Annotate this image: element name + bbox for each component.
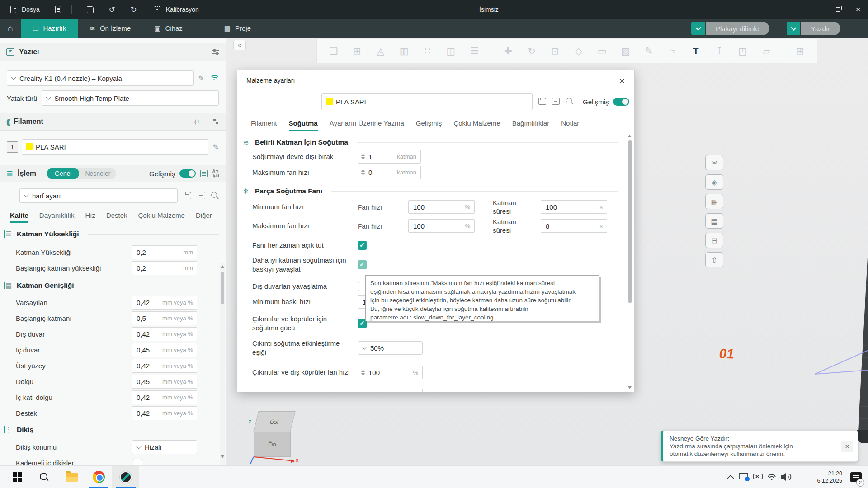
viewport-side-tool-button[interactable]: ⇧ [705,252,723,267]
slice-plate-button[interactable]: Plakayı dilimle [706,22,769,35]
viewport-tool-icon[interactable]: ∷ [421,43,434,59]
layer-time-input[interactable]: 8 s [541,219,607,233]
viewport-tool-icon[interactable]: ◳ [736,43,750,59]
nav-tab[interactable]: ❏ Hazırlık [21,19,78,38]
filament-slot-number[interactable]: 1 [7,141,18,153]
viewport-tool-icon[interactable]: ⊞ [350,43,364,59]
minimize-button[interactable]: – [808,0,828,19]
viewport-tool-icon[interactable]: ◫ [444,43,458,59]
overhang-threshold-select[interactable]: 50% [358,341,423,355]
setting-input[interactable]: 0,42 mm veya % [132,296,197,310]
preset-remove-icon[interactable] [198,192,205,199]
setting-input[interactable]: 0,2 mm [132,245,197,259]
material-name-field[interactable]: PLA SARI [321,93,533,110]
start-button[interactable] [4,466,31,488]
setting-input[interactable]: 0,5 mm veya % [132,311,197,325]
setting-input[interactable]: 0,2 mm [132,261,197,275]
nav-tab[interactable]: ▤ Proje [212,19,263,38]
dialog-tab[interactable]: Ayarların Üzerine Yazma [330,119,404,131]
dialog-tab[interactable]: Bağımlılıklar [512,119,550,131]
dialog-tab[interactable]: Filament [251,119,277,131]
layer-time-input[interactable]: 100 s [541,200,607,214]
printer-select[interactable]: Creality K1 (0.4 nozzle) – Kopyala [7,70,194,86]
setting-input[interactable]: 0,42 mm veya % [132,390,197,404]
process-tab[interactable]: Kalite [10,211,28,223]
viewport-tool-icon[interactable]: ▱ [760,43,773,59]
seam-position-select[interactable]: Hizalı [132,440,197,454]
viewport-side-tool-button[interactable]: ⊟ [705,233,723,248]
printer-edit-icon[interactable]: ✎ [198,74,204,83]
material-remove-icon[interactable] [552,98,560,105]
compare-ab-icon[interactable]: A↰↳B [212,169,219,178]
slow-down-checkbox[interactable] [358,260,367,269]
viewport-tool-icon[interactable]: ✎ [642,43,656,59]
tray-clock[interactable]: 21:20 6.12.2025 [804,470,842,484]
spinner-arrows-icon[interactable] [361,154,365,160]
file-explorer-button[interactable] [58,466,85,488]
dialog-scrollbar[interactable] [627,134,633,390]
viewport-tool-icon[interactable]: ⊞ [793,43,807,59]
close-button[interactable]: ✕ [848,0,868,19]
process-tab[interactable]: Diğer [196,211,212,223]
nav-tab[interactable]: ▣ Cihaz [142,19,194,38]
setting-input[interactable]: 0,42 mm veya % [132,327,197,341]
bed-type-select[interactable]: Smooth High Temp Plate [42,90,219,106]
viewport-side-tool-button[interactable]: ▦ [705,194,723,209]
setting-spinner[interactable]: 1 katman [358,150,421,164]
slice-dropdown-button[interactable] [691,22,705,35]
staggered-seams-checkbox[interactable] [133,459,142,466]
viewport-tool-icon[interactable]: ◇ [572,43,585,59]
viewport-tool-icon[interactable] [783,43,783,59]
viewport-tool-icon[interactable]: ❏ [327,43,340,59]
scope-general[interactable]: Genel [47,168,79,179]
add-filament-icon[interactable]: ⧼+ [194,117,200,126]
scope-objects[interactable]: Nesneler [79,170,116,177]
viewport-tool-icon[interactable]: T [689,43,703,59]
preset-search-icon[interactable] [211,192,219,200]
filament-select[interactable]: PLA SARI [22,139,208,155]
chrome-button[interactable] [85,466,112,488]
material-search-icon[interactable] [566,97,574,105]
maximize-button[interactable] [828,0,848,19]
filament-edit-icon[interactable]: ✎ [213,143,219,151]
dialog-tab[interactable]: Soğutma [289,119,318,131]
printer-wifi-icon[interactable] [210,75,219,82]
file-menu[interactable]: Dosya [8,5,40,14]
scroll-down-icon[interactable] [221,455,224,458]
process-tab[interactable]: Destek [106,211,127,223]
dialog-tab[interactable]: Notlar [561,119,579,131]
dialog-tab[interactable]: Çoklu Malzeme [453,119,500,131]
viewport-tool-icon[interactable]: ▥ [397,43,411,59]
dialog-advanced-toggle[interactable] [613,98,629,106]
material-save-icon[interactable] [538,98,546,105]
process-tab[interactable]: Hız [85,211,95,223]
preset-select[interactable]: harf ayarı [19,188,178,203]
scroll-down-icon[interactable] [628,386,632,389]
viewport-side-tool-button[interactable]: ▤ [705,213,723,229]
setting-input[interactable]: 0,45 mm veya % [132,375,197,389]
save-button[interactable] [85,5,95,14]
sidebar-scrollbar[interactable] [220,263,225,465]
dialog-tab[interactable]: Gelişmiş [416,119,442,131]
fan-always-on-checkbox[interactable] [358,241,367,250]
viewport-tool-icon[interactable]: ◬ [374,43,387,59]
viewport-tool-icon[interactable]: ✚ [501,43,515,59]
viewport-tool-icon[interactable]: ⊺ [712,43,726,59]
creality-print-button[interactable] [112,466,139,488]
viewport-side-tool-button[interactable]: ◈ [705,174,723,190]
preset-save-icon[interactable] [184,192,191,199]
print-button[interactable]: Yazdır [801,22,840,35]
setting-input[interactable]: 0,42 mm veya % [132,406,197,420]
process-tab[interactable]: Dayanıklılık [39,211,75,223]
dialog-close-button[interactable]: ✕ [616,75,628,87]
viewport-tool-icon[interactable]: ▭ [595,43,609,59]
process-tab[interactable]: Çoklu Malzeme [138,211,185,223]
scroll-up-icon[interactable] [221,265,224,268]
clipped-row-input[interactable]: 1 % [358,389,423,392]
viewport-side-tool-button[interactable]: ✉ [705,155,723,170]
spinner-arrows-icon[interactable] [361,370,365,375]
fan-speed-input[interactable]: 100 % [408,200,475,214]
setting-input[interactable]: 0,42 mm veya % [132,359,197,373]
taskbar-search-button[interactable] [31,466,58,488]
print-dropdown-button[interactable] [787,22,800,35]
